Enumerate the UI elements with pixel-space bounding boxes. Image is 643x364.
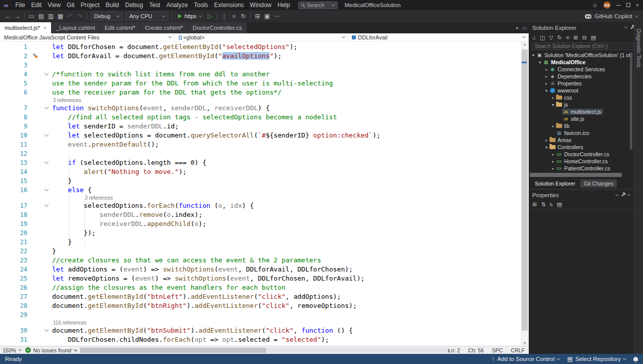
issues-indicator[interactable]: No issues found xyxy=(25,347,79,353)
restore-button[interactable] xyxy=(626,3,630,7)
code-line-10[interactable]: 10 let selectedOptions = document.queryS… xyxy=(0,131,521,140)
terminal-icon[interactable]: ▣ xyxy=(262,13,272,20)
code-line-25[interactable]: 25let removeOptions = (event) => switchO… xyxy=(0,274,521,283)
expanded-arrow-icon[interactable]: ▾ xyxy=(544,88,549,93)
scrollbar-thumb[interactable] xyxy=(80,348,266,353)
tree-item-Areas[interactable]: ▸Areas xyxy=(529,136,630,144)
menu-analyze[interactable]: Analyze xyxy=(163,0,191,10)
active-files-dropdown-icon[interactable]: ▾ xyxy=(516,25,519,31)
switch-views-icon[interactable]: ◫ xyxy=(540,34,545,41)
add-to-source-control-button[interactable]: ↑ Add to Source Control xyxy=(492,356,560,362)
scrollbar-thumb[interactable] xyxy=(522,50,528,331)
tree-horizontal-scrollbar[interactable] xyxy=(529,172,633,177)
code-line-15[interactable]: 15 } xyxy=(0,176,521,186)
tree-item-Dependencies[interactable]: ▸◆Dependencies xyxy=(529,73,630,80)
tree-item-multiselect.js[interactable]: JSmultiselect.js xyxy=(529,108,630,115)
collapsed-arrow-icon[interactable]: ▸ xyxy=(544,138,549,143)
save-icon[interactable]: ▥ xyxy=(46,13,56,20)
tree-vertical-scrollbar[interactable] xyxy=(629,52,633,172)
zoom-control[interactable]: 150% xyxy=(0,347,25,353)
debug-configuration-dropdown[interactable]: Debug xyxy=(90,12,123,21)
code-line-23[interactable]: 23//create closures so that we can acces… xyxy=(0,256,521,265)
scroll-left-icon[interactable]: ◂ xyxy=(75,348,80,353)
tab-DoctorController.cs[interactable]: DoctorController.cs xyxy=(188,22,247,33)
fold-chevron-icon[interactable] xyxy=(44,328,48,332)
collapsed-arrow-icon[interactable]: ▸ xyxy=(544,74,549,79)
tree-item-favicon.ico[interactable]: ▧favicon.ico xyxy=(529,129,630,136)
forward-icon[interactable]: → xyxy=(13,13,22,20)
code-line-30[interactable]: 30document.getElementById("btnSubmit").a… xyxy=(0,326,521,335)
expanded-arrow-icon[interactable]: ▾ xyxy=(537,60,542,65)
code-line-21[interactable]: 21 } xyxy=(0,238,521,247)
collapsed-arrow-icon[interactable]: ▸ xyxy=(550,159,556,164)
project-scope-dropdown[interactable]: MedicalOffice JavaScript Content Files xyxy=(0,33,175,41)
collapsed-arrow-icon[interactable]: ▸ xyxy=(544,67,549,72)
tab-Create.cshtml*[interactable]: Create.cshtml* xyxy=(141,22,188,33)
tree-item-DoctorController.cs[interactable]: ▸C#DoctorController.cs xyxy=(529,151,630,158)
pin-icon[interactable] xyxy=(630,26,634,29)
home-icon[interactable]: ⌂ xyxy=(532,34,536,40)
tab-diagnostic-tools[interactable]: Diagnostic Tools xyxy=(636,29,642,67)
code-line-14[interactable]: 14 alert("Nothing to move."); xyxy=(0,167,521,176)
fold-chevron-icon[interactable] xyxy=(44,187,48,191)
fold-chevron-icon[interactable] xyxy=(44,132,48,136)
collapse-all-icon[interactable]: ⊟ xyxy=(582,34,586,41)
tree-item-Controllers[interactable]: ▾Controllers xyxy=(529,144,630,151)
redo-icon[interactable]: ↷ xyxy=(75,13,84,20)
window-menu-icon[interactable] xyxy=(624,25,628,29)
tab-_Layout.cshtml[interactable]: _Layout.cshtml xyxy=(52,22,100,33)
menu-file[interactable]: File xyxy=(12,0,28,10)
tree-item-Solution 'MedicalOfficeSolution' (1 of 1 project)[interactable]: ▾▣Solution 'MedicalOfficeSolution' (1 of… xyxy=(529,52,630,59)
code-line-32[interactable]: 32}); xyxy=(0,344,521,346)
code-line-12[interactable]: 12 xyxy=(0,149,521,158)
tab-multiselect.js*[interactable]: multiselect.js*× xyxy=(0,22,51,33)
more-icon[interactable]: ⋯ xyxy=(272,13,282,20)
show-all-files-icon[interactable]: ⊞ xyxy=(573,34,578,41)
open-file-icon[interactable]: ▤ xyxy=(36,13,46,20)
fold-chevron-icon[interactable] xyxy=(44,160,48,164)
menu-test[interactable]: Test xyxy=(146,0,163,10)
solution-explorer-search[interactable]: Search Solution Explorer (Ctrl+;) xyxy=(532,42,640,50)
codelens-indicator[interactable]: 116 references xyxy=(0,320,521,326)
tab-git-changes[interactable]: Git Changes xyxy=(580,179,617,188)
expanded-arrow-icon[interactable]: ▾ xyxy=(544,145,549,150)
close-icon[interactable]: × xyxy=(628,193,630,198)
tree-item-HomeController.cs[interactable]: ▸C#HomeController.cs xyxy=(529,158,630,165)
tree-item-PatientController.cs[interactable]: ▸C#PatientController.cs xyxy=(529,165,630,172)
menu-window[interactable]: Window xyxy=(247,0,274,10)
code-editor[interactable]: 1let DDLforChosen = document.getElementB… xyxy=(0,41,529,346)
vertical-scrollbar[interactable]: ▴ ▾ xyxy=(521,41,529,346)
menu-help[interactable]: Help xyxy=(274,0,293,10)
type-scope-dropdown[interactable]: {} <global> xyxy=(175,33,348,41)
horizontal-scrollbar[interactable]: ◂ ▸ xyxy=(75,348,453,353)
code-line-7[interactable]: 7function switchOptions(event, senderDDL… xyxy=(0,104,521,113)
menu-extensions[interactable]: Extensions xyxy=(211,0,247,10)
collapsed-arrow-icon[interactable]: ▸ xyxy=(550,96,556,100)
menu-view[interactable]: View xyxy=(44,0,64,10)
new-file-icon[interactable]: ▭ xyxy=(27,13,36,20)
code-line-2[interactable]: 2let DDLforAvail = document.getElementBy… xyxy=(0,52,521,61)
tree-item-lib[interactable]: ▸lib xyxy=(529,122,630,129)
platform-dropdown[interactable]: Any CPU xyxy=(126,12,168,21)
tree-item-site.js[interactable]: JSsite.js xyxy=(529,115,630,122)
code-line-16[interactable]: 16 else { xyxy=(0,186,521,195)
start-debugging-button[interactable]: https xyxy=(174,13,205,19)
code-line-1[interactable]: 1let DDLforChosen = document.getElementB… xyxy=(0,42,521,52)
tree-item-Connected Services[interactable]: ▸◉Connected Services xyxy=(529,66,630,73)
code-line-9[interactable]: 9 let senderID = senderDDL.id; xyxy=(0,122,521,131)
code-line-17[interactable]: 17 selectedOptions.forEach(function (o, … xyxy=(0,201,521,210)
avatar[interactable]: DS xyxy=(604,2,611,9)
feedback-icon[interactable]: ☺ xyxy=(592,2,598,8)
build-icon[interactable]: ⊞ xyxy=(253,13,262,20)
break-all-icon[interactable]: ∥ xyxy=(219,13,229,20)
github-copilot-button[interactable]: GitHub Copilot xyxy=(585,13,638,19)
refresh-icon[interactable]: ↻ xyxy=(558,34,562,41)
alphabetical-icon[interactable]: ⇅ xyxy=(541,201,545,208)
collapsed-arrow-icon[interactable]: ▸ xyxy=(544,81,549,86)
code-line-24[interactable]: 24let addOptions = (event) => switchOpti… xyxy=(0,265,521,274)
codelens-indicator[interactable]: 3 references xyxy=(0,195,521,201)
nest-files-icon[interactable]: ≡ xyxy=(566,34,569,40)
close-button[interactable]: × xyxy=(636,2,639,8)
notifications-bell-icon[interactable] xyxy=(633,357,638,361)
code-line-26[interactable]: 26//assign the closures as the event han… xyxy=(0,283,521,292)
